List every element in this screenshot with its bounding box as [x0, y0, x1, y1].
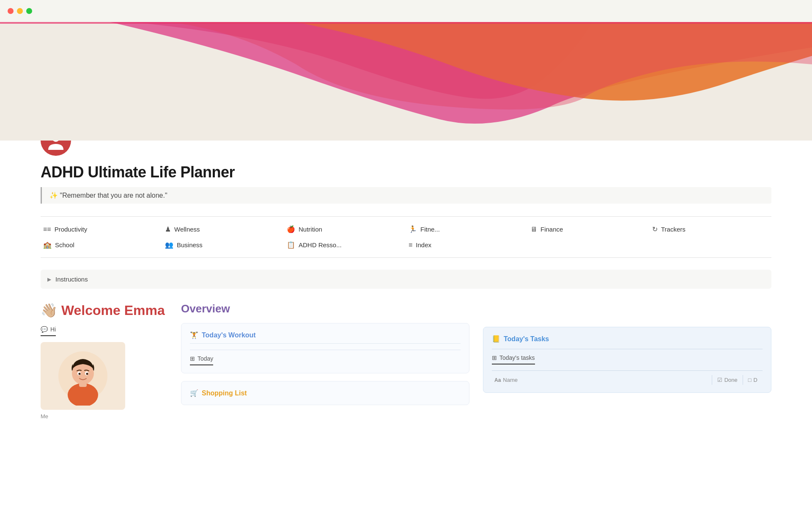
- tasks-col-name: Aa Name: [492, 375, 712, 385]
- shopping-title: Shopping List: [202, 389, 247, 397]
- workout-today-tab[interactable]: ⊞ Today: [190, 355, 213, 365]
- nav-finance[interactable]: 🖥 Finance: [528, 224, 650, 235]
- hi-tab[interactable]: 💬 Hi: [41, 326, 56, 336]
- me-label: Me: [41, 413, 167, 420]
- productivity-icon: ≡≡: [43, 226, 51, 233]
- hero-banner: [0, 22, 812, 141]
- hi-label: Hi: [50, 326, 56, 333]
- nav-business[interactable]: 👥 Business: [162, 239, 284, 251]
- nav-adhd-resources[interactable]: 📋 ADHD Resso...: [284, 239, 406, 251]
- maximize-button[interactable]: [26, 8, 32, 14]
- adhd-resources-icon: 📋: [287, 241, 295, 249]
- nav-fitness[interactable]: 🏃 Fitne...: [406, 224, 528, 235]
- nav-index-label: Index: [416, 241, 431, 248]
- nav-nutrition[interactable]: 🍎 Nutrition: [284, 224, 406, 235]
- trackers-icon: ↻: [652, 225, 658, 233]
- tasks-icon: 📒: [492, 335, 500, 343]
- finance-icon: 🖥: [530, 226, 537, 233]
- svg-point-9: [86, 373, 88, 375]
- school-icon: 🏫: [43, 241, 52, 249]
- welcome-card: 👋🏼 Welcome Emma 💬 Hi: [41, 302, 167, 420]
- nav-school-label: School: [55, 241, 74, 248]
- nav-grid: ≡≡ Productivity ♟ Wellness 🍎 Nutrition 🏃…: [41, 216, 771, 258]
- tasks-subtab[interactable]: ⊞ Today's tasks: [492, 354, 535, 364]
- nav-business-label: Business: [177, 241, 203, 248]
- close-button[interactable]: [8, 8, 14, 14]
- nav-trackers[interactable]: ↻ Trackers: [650, 224, 771, 235]
- workout-tab-label: Today: [198, 355, 213, 362]
- profile-image: [41, 342, 125, 410]
- main-content: ADHD Ultimate Life Planner ✨ "Remember t…: [0, 125, 812, 445]
- bottom-section: 👋🏼 Welcome Emma 💬 Hi: [41, 302, 771, 420]
- triangle-icon: ▶: [47, 276, 51, 282]
- tasks-col-d: □ D: [743, 375, 763, 385]
- nav-wellness-label: Wellness: [174, 226, 200, 233]
- instructions-label: Instructions: [55, 276, 88, 283]
- nav-adhd-resources-label: ADHD Resso...: [299, 241, 342, 248]
- workout-widget: 🏋️ Today's Workout ⊞ Today: [181, 323, 469, 373]
- done-icon: ☑: [717, 377, 722, 383]
- titlebar: [0, 0, 812, 22]
- nav-index[interactable]: ≡ Index: [406, 239, 528, 251]
- nav-finance-label: Finance: [540, 226, 563, 233]
- name-icon: Aa: [494, 377, 501, 383]
- workout-icon: 🏋️: [190, 331, 198, 339]
- person-illustration: [58, 346, 108, 406]
- index-icon: ≡: [409, 241, 412, 249]
- tasks-title: Today's Tasks: [504, 335, 549, 343]
- tasks-header: 📒 Today's Tasks: [492, 335, 763, 343]
- chat-icon: 💬: [41, 326, 48, 333]
- overview-column: Overview 🏋️ Today's Workout ⊞ Today: [181, 302, 469, 405]
- nav-empty-5: [528, 239, 650, 251]
- overview-title: Overview: [181, 302, 469, 315]
- tasks-name-label: Name: [503, 377, 518, 383]
- tasks-widget: 📒 Today's Tasks ⊞ Today's tasks Aa Name …: [483, 327, 771, 393]
- nav-fitness-label: Fitne...: [420, 226, 440, 233]
- shopping-header: 🛒 Shopping List: [190, 389, 461, 397]
- nav-productivity-label: Productivity: [55, 226, 88, 233]
- fitness-icon: 🏃: [409, 225, 417, 233]
- nutrition-icon: 🍎: [287, 225, 295, 233]
- nav-wellness[interactable]: ♟ Wellness: [162, 224, 284, 235]
- d-icon: □: [748, 377, 752, 383]
- minimize-button[interactable]: [17, 8, 23, 14]
- tasks-subtab-label: Today's tasks: [499, 354, 535, 361]
- workout-tab-icon: ⊞: [190, 355, 195, 362]
- tasks-column: 📒 Today's Tasks ⊞ Today's tasks Aa Name …: [483, 302, 771, 393]
- business-icon: 👥: [165, 241, 173, 249]
- tasks-done-label: Done: [724, 377, 738, 383]
- svg-point-8: [79, 373, 81, 375]
- wellness-icon: ♟: [165, 225, 171, 233]
- shopping-icon: 🛒: [190, 389, 198, 397]
- tasks-col-done: ☑ Done: [712, 375, 743, 385]
- workout-title: Today's Workout: [202, 331, 256, 339]
- nav-trackers-label: Trackers: [661, 226, 686, 233]
- nav-school[interactable]: 🏫 School: [41, 239, 162, 251]
- instructions-toggle[interactable]: ▶ Instructions: [41, 270, 771, 289]
- nav-empty-6: [650, 239, 771, 251]
- shopping-widget: 🛒 Shopping List: [181, 381, 469, 405]
- quote-block: ✨ "Remember that you are not alone.": [41, 187, 771, 204]
- page-title: ADHD Ultimate Life Planner: [41, 163, 771, 181]
- workout-widget-header: 🏋️ Today's Workout: [190, 331, 461, 344]
- nav-nutrition-label: Nutrition: [299, 226, 322, 233]
- tasks-subtab-icon: ⊞: [492, 354, 497, 361]
- tasks-d-label: D: [754, 377, 757, 383]
- nav-productivity[interactable]: ≡≡ Productivity: [41, 224, 162, 235]
- welcome-title: 👋🏼 Welcome Emma: [41, 302, 167, 318]
- tasks-columns: Aa Name ☑ Done □ D: [492, 370, 763, 385]
